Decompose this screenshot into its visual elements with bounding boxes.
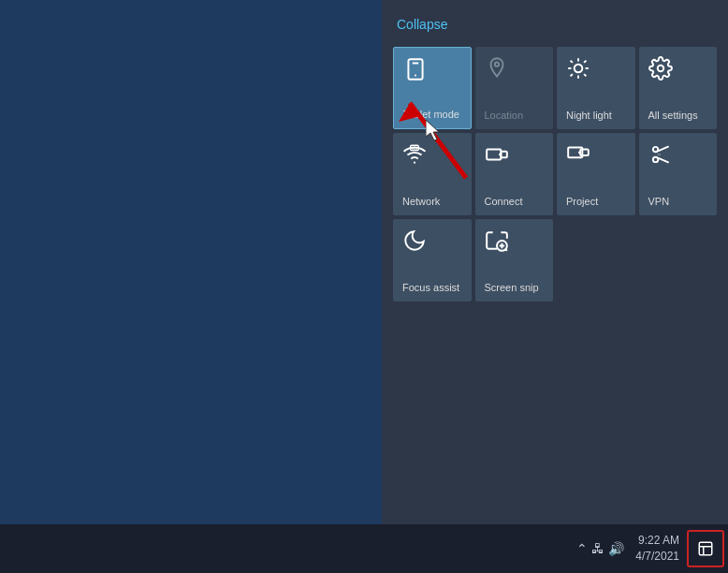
svg-point-2 <box>494 63 498 66</box>
tile-tablet-mode[interactable]: Tablet mode <box>393 47 472 129</box>
tile-focus-assist-label: Focus assist <box>402 282 459 294</box>
notification-icon <box>697 540 714 557</box>
tile-night-light-label: Night light <box>566 110 612 122</box>
svg-point-3 <box>575 65 583 73</box>
svg-line-11 <box>584 61 586 63</box>
tiles-grid: Tablet mode Location <box>393 47 717 215</box>
tile-connect-label: Connect <box>485 196 523 208</box>
focus-icon <box>402 228 427 257</box>
svg-point-13 <box>414 162 415 164</box>
svg-point-1 <box>415 74 416 76</box>
tile-all-settings[interactable]: All settings <box>639 47 718 129</box>
night-light-icon <box>566 56 590 84</box>
svg-line-26 <box>658 146 669 151</box>
svg-line-8 <box>571 61 573 63</box>
show-hidden-icon[interactable]: ⌃ <box>576 541 588 556</box>
tile-empty-1 <box>557 219 635 301</box>
tile-focus-assist[interactable]: Focus assist <box>393 219 472 301</box>
tile-screen-snip-label: Screen snip <box>485 282 539 294</box>
vpn-icon <box>648 142 673 170</box>
tile-vpn-label: VPN <box>648 196 670 208</box>
svg-point-24 <box>652 147 657 152</box>
tiles-row-3: Focus assist Screen snip <box>393 219 717 301</box>
taskbar-volume-icon[interactable]: 🔊 <box>608 541 624 556</box>
clock-button[interactable]: 9:22 AM 4/7/2021 <box>630 531 685 566</box>
tile-connect[interactable]: Connect <box>475 133 554 215</box>
settings-icon <box>648 56 673 84</box>
tile-network-label: Network <box>402 196 440 208</box>
svg-point-25 <box>652 157 657 162</box>
tile-location-label: Location <box>485 110 524 122</box>
svg-rect-0 <box>408 59 422 80</box>
tablet-mode-icon <box>403 57 428 85</box>
clock-time: 9:22 AM <box>638 533 679 549</box>
system-tray: ⌃ 🖧 🔊 <box>571 537 630 560</box>
svg-rect-19 <box>501 152 507 158</box>
tile-tablet-mode-label: Tablet mode <box>403 109 459 121</box>
tile-all-settings-label: All settings <box>648 110 698 122</box>
svg-line-10 <box>571 74 573 76</box>
tile-vpn[interactable]: VPN <box>639 133 718 215</box>
snip-icon <box>485 228 509 257</box>
project-icon <box>566 142 590 170</box>
network-icon <box>402 142 427 170</box>
tile-empty-2 <box>639 219 718 301</box>
connect-icon <box>485 142 509 170</box>
svg-rect-33 <box>699 542 712 555</box>
notification-center-button[interactable] <box>687 530 724 567</box>
collapse-button[interactable]: Collapse <box>393 15 717 34</box>
tile-screen-snip[interactable]: Screen snip <box>475 219 554 301</box>
taskbar: ⌃ 🖧 🔊 9:22 AM 4/7/2021 <box>0 524 728 573</box>
location-icon <box>485 56 509 84</box>
svg-rect-18 <box>487 150 501 160</box>
tile-project[interactable]: Project <box>557 133 635 215</box>
svg-line-9 <box>584 74 586 76</box>
clock-date: 4/7/2021 <box>635 549 679 565</box>
action-center-panel: Collapse Tablet mode Loc <box>382 0 728 524</box>
tile-location[interactable]: Location <box>475 47 554 129</box>
svg-point-12 <box>657 66 663 72</box>
tile-network[interactable]: Network <box>393 133 472 215</box>
tile-night-light[interactable]: Night light <box>557 47 635 129</box>
tile-project-label: Project <box>566 196 598 208</box>
taskbar-network-icon[interactable]: 🖧 <box>591 541 604 556</box>
svg-line-27 <box>658 158 669 163</box>
